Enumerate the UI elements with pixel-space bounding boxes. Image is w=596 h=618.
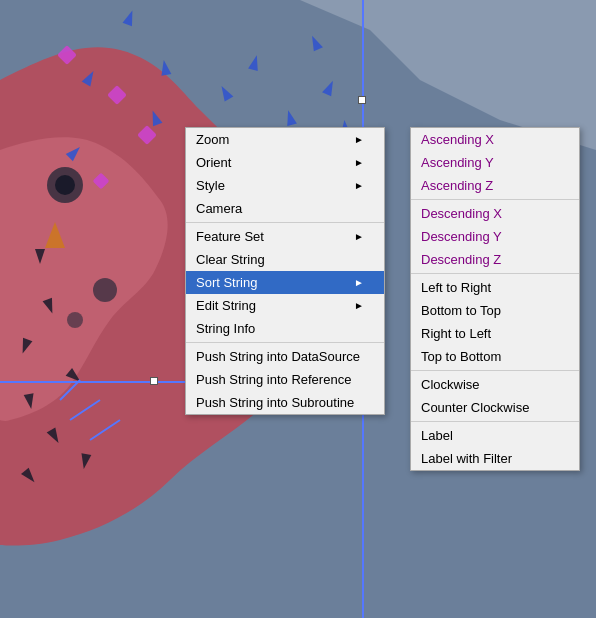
svg-point-4	[67, 312, 83, 328]
horizontal-guide-line	[0, 381, 200, 383]
submenu-arrow: ►	[354, 157, 364, 168]
submenu-item-left-right[interactable]: Left to Right	[411, 276, 579, 299]
submenu-item-desc-y[interactable]: Descending Y	[411, 225, 579, 248]
handle-bottom[interactable]	[150, 377, 158, 385]
submenu-arrow: ►	[354, 134, 364, 145]
separator-1	[186, 222, 384, 223]
menu-item-zoom[interactable]: Zoom ►	[186, 128, 384, 151]
menu-item-sort-string[interactable]: Sort String ►	[186, 271, 384, 294]
submenu-arrow: ►	[354, 231, 364, 242]
menu-item-push-subroutine[interactable]: Push String into Subroutine	[186, 391, 384, 414]
viewport: Zoom ► Orient ► Style ► Camera Feature S…	[0, 0, 596, 618]
submenu-arrow: ►	[354, 277, 364, 288]
submenu-item-asc-z[interactable]: Ascending Z	[411, 174, 579, 197]
menu-item-feature-set[interactable]: Feature Set ►	[186, 225, 384, 248]
submenu-item-asc-x[interactable]: Ascending X	[411, 128, 579, 151]
submenu-sep-1	[411, 199, 579, 200]
submenu-item-label-filter[interactable]: Label with Filter	[411, 447, 579, 470]
submenu-item-clockwise[interactable]: Clockwise	[411, 373, 579, 396]
submenu-item-asc-y[interactable]: Ascending Y	[411, 151, 579, 174]
submenu-item-top-bottom[interactable]: Top to Bottom	[411, 345, 579, 368]
submenu-item-label[interactable]: Label	[411, 424, 579, 447]
menu-item-string-info[interactable]: String Info	[186, 317, 384, 340]
submenu-item-right-left[interactable]: Right to Left	[411, 322, 579, 345]
menu-item-camera[interactable]: Camera	[186, 197, 384, 220]
svg-point-2	[55, 175, 75, 195]
menu-item-push-datasource[interactable]: Push String into DataSource	[186, 345, 384, 368]
submenu-item-bottom-top[interactable]: Bottom to Top	[411, 299, 579, 322]
submenu-sep-4	[411, 421, 579, 422]
submenu-sep-2	[411, 273, 579, 274]
handle-top[interactable]	[358, 96, 366, 104]
submenu-item-desc-z[interactable]: Descending Z	[411, 248, 579, 271]
menu-item-clear-string[interactable]: Clear String	[186, 248, 384, 271]
menu-item-style[interactable]: Style ►	[186, 174, 384, 197]
submenu-arrow: ►	[354, 300, 364, 311]
menu-item-edit-string[interactable]: Edit String ►	[186, 294, 384, 317]
context-menu: Zoom ► Orient ► Style ► Camera Feature S…	[185, 127, 385, 415]
submenu-arrow: ►	[354, 180, 364, 191]
menu-item-push-reference[interactable]: Push String into Reference	[186, 368, 384, 391]
svg-point-3	[93, 278, 117, 302]
submenu-sep-3	[411, 370, 579, 371]
menu-item-orient[interactable]: Orient ►	[186, 151, 384, 174]
submenu-item-desc-x[interactable]: Descending X	[411, 202, 579, 225]
submenu-item-counter-clockwise[interactable]: Counter Clockwise	[411, 396, 579, 419]
sort-submenu: Ascending X Ascending Y Ascending Z Desc…	[410, 127, 580, 471]
separator-2	[186, 342, 384, 343]
